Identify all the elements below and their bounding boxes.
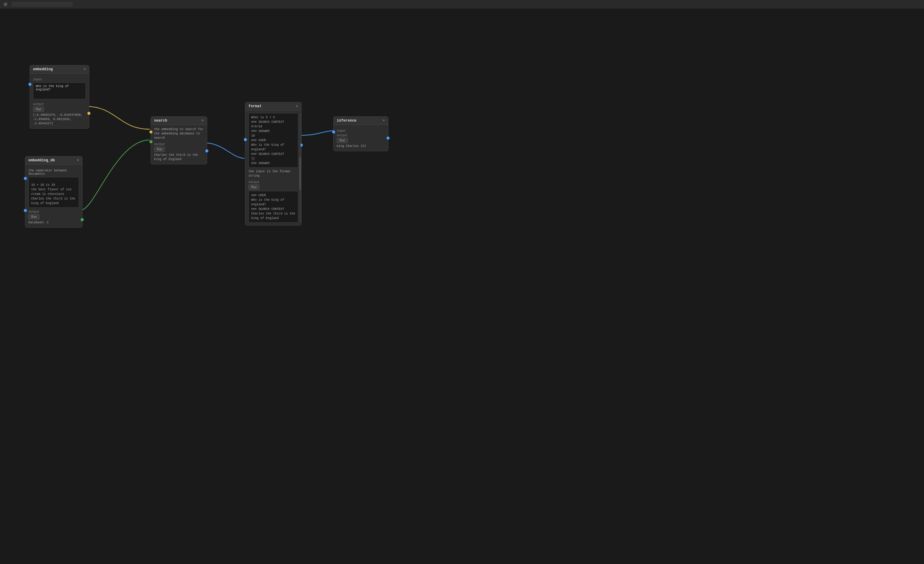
inference-run-button[interactable]: Run (337, 138, 348, 143)
embedding-db-input-port-bottom[interactable] (24, 209, 27, 212)
format-template-content: What is 5 + 5 ### SEARCH CONTEXT 5+5=10 … (248, 113, 298, 168)
embedding-input-label: input (33, 78, 86, 81)
search-run-button[interactable]: Run (154, 147, 165, 152)
format-output-label: output (248, 181, 298, 184)
embedding-output-text: [-0.46092376, -0.016547058, -2.056059, 0… (33, 113, 86, 126)
search-node-header: search × (151, 117, 207, 125)
embedding-input-field[interactable]: Who is the king of england? (33, 82, 86, 99)
format-node-title: format (248, 104, 261, 108)
titlebar-input[interactable] (12, 2, 73, 7)
search-output-text: Charles the third is the king of England (154, 153, 204, 162)
embedding-output-port[interactable] (87, 112, 90, 115)
embedding-db-content: 10 + 10 is 20 the best flavor of ice cre… (28, 177, 79, 208)
inference-output-port[interactable] (387, 136, 390, 140)
embedding-db-output-label: output (28, 210, 79, 213)
search-node-title: search (154, 118, 167, 123)
embedding-node-title: embedding (33, 67, 53, 72)
inference-node-close[interactable]: × (382, 118, 385, 123)
inference-output-label: output (337, 134, 385, 137)
inference-node-header: inference × (334, 117, 388, 125)
format-node-header: format × (245, 102, 301, 111)
search-output-port[interactable] (206, 149, 208, 153)
embedding-db-output-port[interactable] (81, 218, 84, 221)
search-input-port-bottom[interactable] (149, 140, 153, 143)
search-node: search × the embedding to search for the… (151, 116, 207, 164)
format-input-port[interactable] (244, 138, 247, 141)
search-input-desc: the embedding to search for the embeddin… (154, 128, 204, 140)
format-node: format × What is 5 + 5 ### SEARCH CONTEX… (245, 102, 302, 225)
embedding-db-output-text: Database: 2 (28, 220, 79, 225)
search-node-close[interactable]: × (201, 118, 204, 123)
format-input-desc: the input to the format string (248, 170, 298, 178)
embedding-run-button[interactable]: Run (33, 106, 44, 112)
embedding-node: embedding × input Who is the king of eng… (30, 65, 89, 129)
embedding-db-run-button[interactable]: Run (28, 214, 39, 219)
embedding-db-node-title: embedding_db (28, 158, 55, 162)
embedding-db-separator-label: the seperator between documents (28, 169, 79, 176)
inference-node: inference × input output Run King Charle… (333, 116, 388, 151)
embedding-node-header: embedding × (30, 65, 89, 74)
embedding-db-node-header: embedding_db × (26, 156, 82, 165)
embedding-input-port[interactable] (28, 83, 32, 86)
format-output-content: ### USER Who is the king of england? ###… (248, 191, 298, 223)
embedding-node-close[interactable]: × (83, 67, 86, 72)
inference-input-label: input (337, 129, 385, 133)
search-output-label: output (154, 142, 204, 146)
search-input-port-top[interactable] (149, 130, 153, 134)
format-run-button[interactable]: Run (248, 184, 260, 190)
embedding-db-node: embedding_db × the seperator between doc… (25, 156, 82, 228)
embedding-output-label: output (33, 103, 86, 106)
inference-output-text: King Charles III (337, 144, 385, 148)
inference-input-port[interactable] (332, 130, 335, 134)
embedding-db-node-close[interactable]: × (77, 158, 79, 162)
inference-node-title: inference (337, 118, 357, 123)
canvas: embedding × input Who is the king of eng… (0, 9, 924, 564)
format-node-close[interactable]: × (296, 104, 298, 108)
titlebar (0, 0, 924, 9)
connections-layer (0, 9, 924, 564)
embedding-db-input-port-top[interactable] (24, 177, 27, 180)
titlebar-dot (4, 3, 8, 6)
